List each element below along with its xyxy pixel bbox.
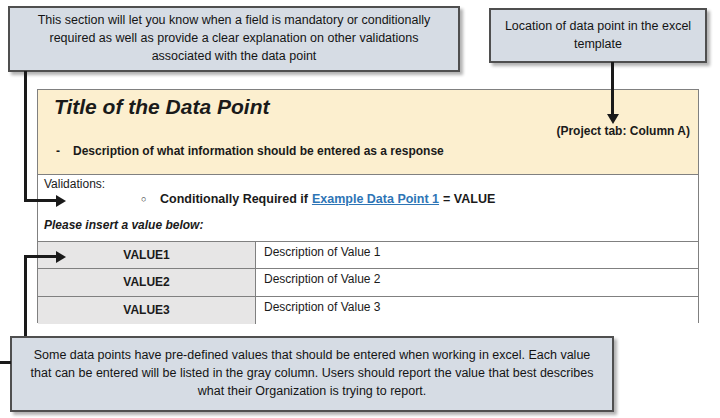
page-title: Title of the Data Point bbox=[54, 95, 269, 119]
table-row: VALUE3 Description of Value 3 bbox=[38, 297, 698, 324]
arrowhead-to-validations-icon bbox=[56, 195, 66, 207]
table-row: VALUE1 Description of Value 1 bbox=[38, 242, 698, 269]
annotated-template-diagram: This section will let you know when a fi… bbox=[0, 0, 720, 418]
connector-location-vertical bbox=[611, 62, 614, 114]
connector-values-vertical bbox=[24, 255, 27, 336]
table-row: VALUE2 Description of Value 2 bbox=[38, 269, 698, 296]
arrowhead-to-location-icon bbox=[607, 114, 619, 124]
validation-suffix: = VALUE bbox=[443, 192, 495, 206]
connector-validations-horizontal bbox=[24, 199, 57, 202]
value-cell[interactable]: VALUE3 bbox=[38, 297, 256, 324]
document-header: Title of the Data Point (Project tab: Co… bbox=[38, 90, 698, 175]
callout-predefined-values-text: Some data points have pre-defined values… bbox=[28, 347, 596, 400]
connector-validations-vertical bbox=[24, 71, 27, 202]
validations-label: Validations: bbox=[44, 177, 105, 191]
value-table: VALUE1 Description of Value 1 VALUE2 Des… bbox=[38, 241, 698, 324]
value-cell[interactable]: VALUE1 bbox=[38, 242, 256, 268]
validation-prefix: Conditionally Required if bbox=[160, 192, 308, 206]
value-description-cell: Description of Value 2 bbox=[256, 269, 698, 295]
validation-rule: ○Conditionally Required ifExample Data P… bbox=[141, 192, 495, 206]
circle-bullet-icon: ○ bbox=[141, 194, 160, 204]
callout-validations-explanation: This section will let you know when a fi… bbox=[8, 6, 460, 72]
value-description-cell: Description of Value 3 bbox=[256, 297, 698, 324]
description-bullet: - bbox=[56, 144, 73, 158]
callout-location-explanation-text: Location of data point in the excel temp… bbox=[503, 18, 693, 54]
connector-values-horizontal bbox=[24, 255, 57, 258]
value-cell[interactable]: VALUE2 bbox=[38, 269, 256, 295]
value-description-cell: Description of Value 1 bbox=[256, 242, 698, 268]
connector-left-edge-stub bbox=[0, 361, 11, 364]
location-label: (Project tab: Column A) bbox=[556, 124, 690, 138]
insert-value-prompt: Please insert a value below: bbox=[44, 218, 203, 232]
description-text: Description of what information should b… bbox=[73, 144, 444, 158]
data-point-document: Title of the Data Point (Project tab: Co… bbox=[37, 89, 699, 323]
arrowhead-to-value1-icon bbox=[56, 251, 66, 263]
description-line: -Description of what information should … bbox=[56, 144, 444, 158]
callout-validations-explanation-text: This section will let you know when a fi… bbox=[24, 12, 444, 65]
example-data-point-link[interactable]: Example Data Point 1 bbox=[312, 192, 439, 206]
callout-location-explanation: Location of data point in the excel temp… bbox=[489, 8, 707, 63]
callout-predefined-values-explanation: Some data points have pre-defined values… bbox=[10, 336, 614, 412]
